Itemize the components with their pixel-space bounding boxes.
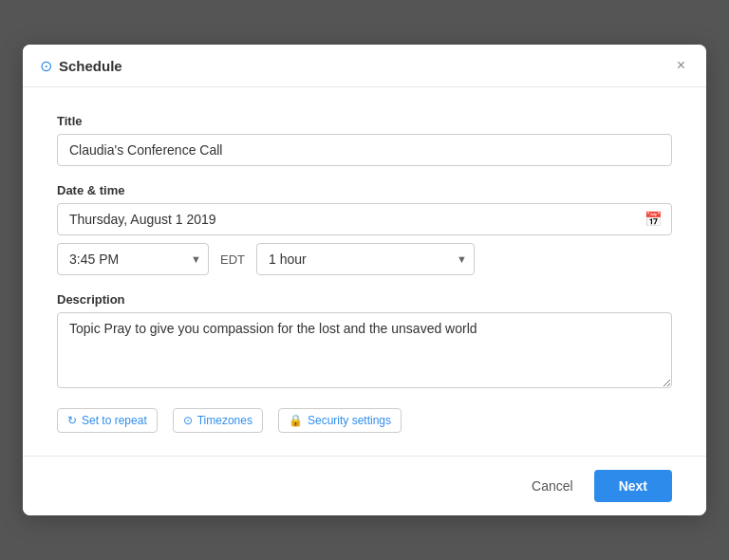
cancel-button[interactable]: Cancel <box>520 471 585 501</box>
modal-body: Title Date & time 📅 3:00 PM 3:15 PM 3:30… <box>23 87 706 456</box>
set-to-repeat-button[interactable]: ↻ Set to repeat <box>57 408 158 433</box>
time-select[interactable]: 3:00 PM 3:15 PM 3:30 PM 3:45 PM 4:00 PM … <box>57 243 209 275</box>
close-button[interactable]: × <box>673 56 689 75</box>
header-left: ⊙ Schedule <box>40 57 122 75</box>
title-input[interactable] <box>57 134 672 166</box>
timezones-button[interactable]: ⊙ Timezones <box>173 408 263 433</box>
description-label: Description <box>57 292 672 307</box>
timezone-icon: ⊙ <box>183 414 193 427</box>
set-to-repeat-label: Set to repeat <box>82 414 147 427</box>
options-row: ↻ Set to repeat ⊙ Timezones 🔒 Security s… <box>57 408 672 433</box>
datetime-label: Date & time <box>57 183 672 197</box>
schedule-icon: ⊙ <box>40 57 52 75</box>
duration-picker-wrapper: 30 minutes 45 minutes 1 hour 1.5 hours 2… <box>256 243 475 275</box>
timezone-label: EDT <box>216 252 249 267</box>
description-textarea[interactable]: Topic Pray to give you compassion for th… <box>57 312 672 388</box>
security-settings-label: Security settings <box>308 414 391 427</box>
time-picker-wrapper: 3:00 PM 3:15 PM 3:30 PM 3:45 PM 4:00 PM … <box>57 243 209 275</box>
title-label: Title <box>57 114 672 128</box>
schedule-modal: ⊙ Schedule × Title Date & time 📅 <box>23 45 706 515</box>
modal-title: Schedule <box>59 58 122 74</box>
date-input-wrapper: 📅 <box>57 203 672 235</box>
description-group: Description Topic Pray to give you compa… <box>57 292 672 391</box>
modal-header: ⊙ Schedule × <box>23 45 706 87</box>
time-row: 3:00 PM 3:15 PM 3:30 PM 3:45 PM 4:00 PM … <box>57 243 672 275</box>
datetime-group: Date & time 📅 3:00 PM 3:15 PM 3:30 PM 3:… <box>57 183 672 275</box>
next-button[interactable]: Next <box>594 470 672 502</box>
duration-select[interactable]: 30 minutes 45 minutes 1 hour 1.5 hours 2… <box>256 243 475 275</box>
date-input[interactable] <box>57 203 672 235</box>
security-settings-button[interactable]: 🔒 Security settings <box>278 408 402 433</box>
repeat-icon: ↻ <box>67 414 77 427</box>
timezones-label: Timezones <box>197 414 252 427</box>
title-group: Title <box>57 114 672 166</box>
modal-footer: Cancel Next <box>23 456 706 515</box>
security-icon: 🔒 <box>289 414 303 427</box>
